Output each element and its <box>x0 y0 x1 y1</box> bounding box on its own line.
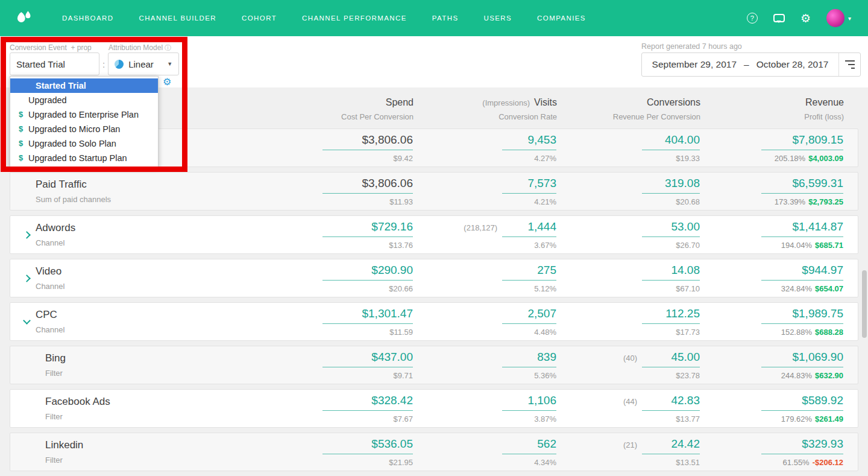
nav-item-companies[interactable]: COMPANIES <box>524 0 599 36</box>
table-row[interactable]: CPCChannel$1,301.47$11.592,5074.48%112.2… <box>10 302 858 341</box>
conversions-value[interactable]: 319.08 <box>642 177 700 194</box>
row-subtitle: Sum of paid channels <box>36 195 111 204</box>
user-menu[interactable]: ▾ <box>826 9 851 27</box>
col-header-revenue[interactable]: Revenue <box>700 97 844 108</box>
conversions-secondary: $13.51 <box>556 458 700 467</box>
attribution-model-value: Linear <box>128 59 154 69</box>
row-name: CPC <box>36 309 64 321</box>
visits-value[interactable]: 1,106 <box>502 394 556 411</box>
collapse-chevron-icon[interactable] <box>23 317 31 325</box>
dropdown-item[interactable]: $Upgraded to Startup Plan <box>10 151 158 165</box>
table-row[interactable]: Facebook AdsFilter$328.42$7.671,1063.87%… <box>10 389 858 428</box>
table-row[interactable]: Paid TrafficSum of paid channels$3,806.0… <box>10 172 858 211</box>
nav-item-dashboard[interactable]: DASHBOARD <box>49 0 126 36</box>
nav-item-channel-performance[interactable]: CHANNEL PERFORMANCE <box>289 0 420 36</box>
table-row[interactable]: BingFilter$437.00$9.718395.36%(40)45.00$… <box>10 346 858 384</box>
dropdown-item[interactable]: Upgraded <box>10 93 158 107</box>
attribution-model-label: Attribution Modelⓘ <box>108 43 171 52</box>
expand-chevron-icon[interactable] <box>23 231 31 239</box>
spend-value[interactable]: $1,301.47 <box>322 307 413 324</box>
col-subheader-profit: Profit (loss) <box>700 112 844 121</box>
revenue-cell: $589.92179.62%$261.49 <box>700 394 843 424</box>
conversions-value[interactable]: 112.25 <box>642 307 700 324</box>
col-header-spend[interactable]: Spend <box>270 97 414 108</box>
nav-item-users[interactable]: USERS <box>471 0 524 36</box>
attribution-model-select[interactable]: Linear ▼ <box>108 52 179 75</box>
spend-value[interactable]: $290.90 <box>322 264 413 281</box>
spend-value[interactable]: $536.05 <box>322 437 413 454</box>
profit-percent: 179.62% <box>781 414 812 424</box>
date-range-picker[interactable]: September 29, 2017 – October 28, 2017 <box>641 52 861 77</box>
spend-value[interactable]: $437.00 <box>322 351 413 367</box>
conversions-value[interactable]: 404.00 <box>642 133 700 150</box>
date-end[interactable]: October 28, 2017 <box>756 59 829 70</box>
conversions-cell: 53.00$26.70 <box>556 220 700 250</box>
chat-icon[interactable] <box>773 14 785 22</box>
table-row[interactable]: LinkedinFilter$536.05$21.955624.34%(21)2… <box>10 433 858 471</box>
spend-value[interactable]: $3,806.06 <box>322 177 413 194</box>
table-row[interactable]: AdwordsChannel$729.16$13.76(218,127)1,44… <box>10 215 858 254</box>
app-logo-icon[interactable] <box>16 9 34 27</box>
conversions-secondary: $67.10 <box>556 284 700 293</box>
nav-item-cohort[interactable]: COHORT <box>229 0 289 36</box>
visits-value[interactable]: 1,444 <box>502 220 556 237</box>
nav-item-paths[interactable]: PATHS <box>420 0 471 36</box>
profit-amount: $688.28 <box>815 328 843 337</box>
revenue-value[interactable]: $1,414.87 <box>761 220 843 237</box>
conversions-value[interactable]: 42.83 <box>642 394 700 411</box>
visits-secondary: 5.12% <box>413 284 556 293</box>
col-header-visits[interactable]: (Impressions)Visits <box>414 97 557 108</box>
table-row[interactable]: VideoChannel$290.90$20.662755.12%14.08$6… <box>10 259 858 297</box>
vertical-scrollbar-thumb[interactable] <box>862 270 867 338</box>
add-prop-link[interactable]: + prop <box>71 43 91 52</box>
conversion-event-input[interactable] <box>10 52 99 75</box>
visits-value[interactable]: 9,453 <box>502 133 556 150</box>
revenue-value[interactable]: $7,809.15 <box>761 133 843 150</box>
conversions-value[interactable]: 14.08 <box>642 264 700 281</box>
revenue-value[interactable]: $944.97 <box>761 264 843 281</box>
report-options-button[interactable] <box>838 53 860 76</box>
visits-secondary: 3.87% <box>413 414 556 424</box>
info-icon[interactable]: ⓘ <box>165 44 171 51</box>
dropdown-item[interactable]: $Upgraded to Solo Plan <box>10 136 158 151</box>
dropdown-item[interactable]: $Upgraded to Enterprise Plan <box>10 107 158 122</box>
visits-value[interactable]: 2,507 <box>502 307 556 324</box>
visits-value[interactable]: 7,573 <box>502 177 556 194</box>
dropdown-item[interactable]: $Upgraded to Micro Plan <box>10 122 158 136</box>
conversions-value[interactable]: 24.42 <box>642 437 700 454</box>
dropdown-item[interactable]: Started Trial <box>10 78 158 93</box>
row-subtitle: Filter <box>45 369 66 378</box>
dropdown-item-label: Upgraded to Enterprise Plan <box>28 110 139 119</box>
visits-prefix: (218,127) <box>464 223 497 232</box>
visits-value[interactable]: 275 <box>502 264 556 281</box>
revenue-cell: $1,414.87194.04%$685.71 <box>700 220 843 250</box>
visits-secondary: 4.34% <box>413 458 556 467</box>
profit-percent: 244.83% <box>781 371 812 380</box>
revenue-value[interactable]: $589.92 <box>761 394 843 411</box>
conversions-prefix: (21) <box>623 440 637 449</box>
conversions-value[interactable]: 45.00 <box>642 351 700 367</box>
top-nav: DASHBOARDCHANNEL BUILDERCOHORTCHANNEL PE… <box>0 0 868 36</box>
impressions-label: (Impressions) <box>482 98 530 107</box>
row-name: Paid Traffic <box>36 179 111 191</box>
spend-value[interactable]: $328.42 <box>322 394 413 411</box>
spend-value[interactable]: $3,806.06 <box>322 133 413 150</box>
col-header-conversions[interactable]: Conversions <box>557 97 700 108</box>
spend-secondary: $20.66 <box>269 284 413 293</box>
spend-cell: $536.05$21.95 <box>269 437 413 467</box>
revenue-value[interactable]: $1,989.75 <box>761 307 843 324</box>
spend-value[interactable]: $729.16 <box>322 220 413 237</box>
conversions-value[interactable]: 53.00 <box>642 220 700 237</box>
nav-item-channel-builder[interactable]: CHANNEL BUILDER <box>126 0 229 36</box>
visits-value[interactable]: 562 <box>502 437 556 454</box>
avatar[interactable] <box>826 9 844 27</box>
date-start[interactable]: September 29, 2017 <box>652 59 737 70</box>
expand-chevron-icon[interactable] <box>23 274 31 282</box>
revenue-value[interactable]: $6,599.31 <box>761 177 843 194</box>
revenue-value[interactable]: $329.93 <box>761 437 843 454</box>
channel-settings-gear-icon[interactable]: ⚙ <box>163 76 171 87</box>
revenue-value[interactable]: $1,069.90 <box>761 351 843 367</box>
visits-value[interactable]: 839 <box>502 351 556 367</box>
settings-gear-icon[interactable]: ⚙ <box>800 13 811 24</box>
help-icon[interactable]: ? <box>747 13 758 24</box>
